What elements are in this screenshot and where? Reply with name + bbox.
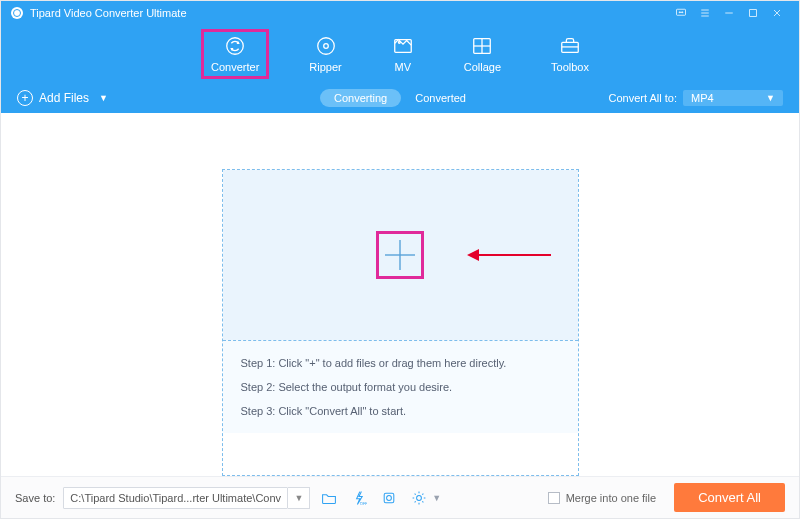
svg-point-1 xyxy=(679,12,680,13)
dropzone-container: Step 1: Click "+" to add files or drag t… xyxy=(222,169,579,476)
tab-converted[interactable]: Converted xyxy=(401,89,480,107)
save-path-dropdown[interactable]: ▼ xyxy=(288,487,310,509)
step-3-text: Step 3: Click "Convert All" to start. xyxy=(241,405,560,417)
merge-label: Merge into one file xyxy=(566,492,657,504)
save-to-label: Save to: xyxy=(15,492,55,504)
app-title: Tipard Video Converter Ultimate xyxy=(30,7,187,19)
save-path-input[interactable] xyxy=(63,487,288,509)
svg-point-12 xyxy=(317,38,334,55)
step-2-text: Step 2: Select the output format you des… xyxy=(241,381,560,393)
bottom-bar: Save to: ▼ OFF ▼ Merge into one file Con… xyxy=(1,476,799,518)
nav-label: Converter xyxy=(211,61,259,73)
chevron-down-icon: ▼ xyxy=(99,93,108,103)
high-speed-button[interactable] xyxy=(378,487,400,509)
nav-toolbox[interactable]: Toolbox xyxy=(543,31,597,77)
titlebar: Tipard Video Converter Ultimate xyxy=(1,1,799,25)
nav-label: Collage xyxy=(464,61,501,73)
nav-mv[interactable]: MV xyxy=(384,31,422,77)
minimize-icon[interactable] xyxy=(717,4,741,22)
ripper-icon xyxy=(315,35,337,57)
convert-all-button[interactable]: Convert All xyxy=(674,483,785,512)
annotation-arrow-icon xyxy=(465,244,555,270)
tab-converting[interactable]: Converting xyxy=(320,89,401,107)
svg-point-13 xyxy=(323,44,328,49)
svg-marker-24 xyxy=(467,249,479,261)
nav-converter[interactable]: Converter xyxy=(203,31,267,77)
output-format-select[interactable]: MP4 ▼ xyxy=(683,90,783,106)
menu-icon[interactable] xyxy=(693,4,717,22)
file-dropzone[interactable] xyxy=(223,170,578,340)
collage-icon xyxy=(471,35,493,57)
nav-label: Ripper xyxy=(309,61,341,73)
conversion-tabs: Converting Converted xyxy=(320,89,480,107)
svg-text:OFF: OFF xyxy=(360,501,367,506)
instruction-steps: Step 1: Click "+" to add files or drag t… xyxy=(223,340,578,433)
main-nav: Converter Ripper MV Collage Toolbox xyxy=(1,25,799,83)
output-format-value: MP4 xyxy=(691,92,714,104)
converter-icon xyxy=(224,35,246,57)
chevron-down-icon: ▼ xyxy=(432,493,441,503)
svg-point-2 xyxy=(681,12,682,13)
maximize-icon[interactable] xyxy=(741,4,765,22)
svg-point-15 xyxy=(398,41,400,43)
add-file-plus-button[interactable] xyxy=(379,234,421,276)
settings-button[interactable] xyxy=(408,487,430,509)
add-files-button[interactable]: + Add Files ▼ xyxy=(17,90,108,106)
svg-rect-26 xyxy=(385,493,395,503)
svg-point-27 xyxy=(387,495,392,500)
convert-all-to: Convert All to: MP4 ▼ xyxy=(609,90,783,106)
app-window: Tipard Video Converter Ultimate Converte… xyxy=(0,0,800,519)
chevron-down-icon: ▼ xyxy=(766,93,775,103)
svg-point-28 xyxy=(417,495,422,500)
open-folder-button[interactable] xyxy=(318,487,340,509)
merge-checkbox[interactable]: Merge into one file xyxy=(548,492,657,504)
mv-icon xyxy=(392,35,414,57)
app-logo-icon xyxy=(11,7,23,19)
save-path-group: ▼ xyxy=(63,487,310,509)
svg-rect-8 xyxy=(750,10,757,17)
feedback-icon[interactable] xyxy=(669,4,693,22)
plus-circle-icon: + xyxy=(17,90,33,106)
nav-collage[interactable]: Collage xyxy=(456,31,509,77)
checkbox-box xyxy=(548,492,560,504)
tool-row: + Add Files ▼ Converting Converted Conve… xyxy=(1,83,799,113)
toolbox-icon xyxy=(559,35,581,57)
nav-label: MV xyxy=(394,61,411,73)
nav-label: Toolbox xyxy=(551,61,589,73)
close-icon[interactable] xyxy=(765,4,789,22)
gpu-accel-button[interactable]: OFF xyxy=(348,487,370,509)
convert-all-to-label: Convert All to: xyxy=(609,92,677,104)
svg-point-3 xyxy=(682,12,683,13)
svg-point-11 xyxy=(227,38,244,55)
step-1-text: Step 1: Click "+" to add files or drag t… xyxy=(241,357,560,369)
main-area: Step 1: Click "+" to add files or drag t… xyxy=(1,113,799,476)
add-files-label: Add Files xyxy=(39,91,89,105)
nav-ripper[interactable]: Ripper xyxy=(301,31,349,77)
